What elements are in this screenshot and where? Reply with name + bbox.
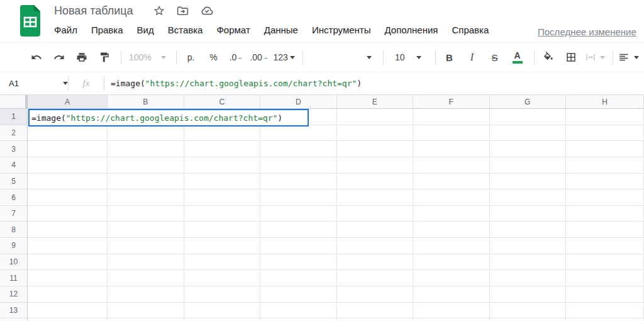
column-header-A[interactable]: A [28, 95, 108, 109]
cell-D12[interactable] [260, 286, 337, 303]
cell-F5[interactable] [413, 174, 490, 190]
cell-F10[interactable] [413, 254, 490, 271]
cell-partial-C[interactable] [184, 318, 261, 321]
menu-item-view[interactable]: Вид [137, 25, 154, 35]
cell-G2[interactable] [490, 125, 567, 142]
cloud-status-icon[interactable] [200, 4, 214, 18]
cell-F4[interactable] [413, 157, 490, 174]
cell-D6[interactable] [260, 189, 337, 206]
cell-E6[interactable] [337, 189, 414, 206]
document-title[interactable]: Новая таблица [54, 4, 133, 18]
cell-A4[interactable] [28, 157, 108, 174]
row-header-7[interactable]: 7 [0, 206, 28, 222]
cell-partial-B[interactable] [108, 318, 184, 321]
font-size-select[interactable]: 10 [389, 48, 428, 66]
cell-C6[interactable] [184, 189, 261, 206]
cell-E9[interactable] [337, 238, 414, 254]
menu-item-insert[interactable]: Вставка [168, 25, 203, 35]
star-icon[interactable] [152, 4, 166, 18]
menu-item-file[interactable]: Файл [54, 25, 77, 35]
cell-G10[interactable] [490, 254, 567, 271]
cell-G5[interactable] [490, 174, 567, 190]
column-header-D[interactable]: D [260, 95, 337, 109]
cell-G1[interactable] [490, 109, 567, 125]
cell-C12[interactable] [184, 286, 261, 303]
cell-B7[interactable] [108, 206, 184, 222]
cell-C11[interactable] [184, 270, 261, 286]
cell-H5[interactable] [566, 174, 644, 190]
cell-A9[interactable] [28, 238, 108, 254]
row-header-3[interactable]: 3 [0, 141, 28, 157]
cell-E5[interactable] [337, 174, 414, 190]
formula-input[interactable]: =image("https://chart.googleapis.com/cha… [104, 79, 644, 88]
cell-partial-E[interactable] [337, 318, 414, 321]
cell-A12[interactable] [28, 286, 108, 303]
row-header-11[interactable]: 11 [0, 270, 28, 286]
menu-item-addons[interactable]: Дополнения [385, 25, 438, 35]
row-header-4[interactable]: 4 [0, 157, 28, 174]
fill-color-button[interactable] [540, 48, 557, 66]
row-header-partial[interactable] [0, 318, 28, 321]
cell-D4[interactable] [260, 157, 337, 174]
percent-format-button[interactable]: % [204, 48, 222, 66]
cell-D5[interactable] [260, 174, 337, 190]
cell-H11[interactable] [566, 270, 644, 286]
row-header-8[interactable]: 8 [0, 222, 28, 238]
cell-partial-G[interactable] [490, 318, 567, 321]
italic-button[interactable]: I [464, 48, 481, 66]
cell-D3[interactable] [260, 141, 337, 157]
cell-C7[interactable] [184, 206, 261, 222]
cell-F7[interactable] [413, 206, 490, 222]
cell-A6[interactable] [28, 189, 108, 206]
cell-partial-D[interactable] [260, 318, 337, 321]
column-header-G[interactable]: G [490, 95, 567, 109]
menu-item-format[interactable]: Формат [216, 25, 250, 35]
cell-A3[interactable] [28, 141, 108, 157]
cell-E11[interactable] [337, 270, 414, 286]
menu-item-tools[interactable]: Инструменты [312, 25, 371, 35]
cell-B12[interactable] [108, 286, 184, 303]
cell-H12[interactable] [566, 286, 644, 303]
horizontal-align-button[interactable] [618, 48, 639, 66]
select-all-corner[interactable] [0, 95, 28, 109]
cell-C8[interactable] [184, 222, 261, 238]
cell-H7[interactable] [566, 206, 644, 222]
row-header-13[interactable]: 13 [0, 303, 28, 319]
cell-C2[interactable] [184, 125, 261, 142]
cell-H6[interactable] [566, 189, 644, 206]
cell-E1[interactable] [337, 109, 414, 125]
cell-B8[interactable] [108, 222, 184, 238]
cell-G12[interactable] [490, 286, 567, 303]
cell-F9[interactable] [413, 238, 490, 254]
cell-E10[interactable] [337, 254, 414, 271]
cell-E12[interactable] [337, 286, 414, 303]
cell-H3[interactable] [566, 141, 644, 157]
column-header-H[interactable]: H [566, 95, 644, 109]
column-header-B[interactable]: B [108, 95, 184, 109]
print-button[interactable] [73, 48, 91, 66]
currency-format-button[interactable]: р. [182, 48, 199, 66]
cell-F8[interactable] [413, 222, 490, 238]
cell-F2[interactable] [413, 125, 490, 142]
cell-C5[interactable] [184, 174, 261, 190]
font-family-select[interactable] [308, 48, 375, 66]
cell-F13[interactable] [413, 303, 490, 319]
bold-button[interactable]: B [441, 48, 458, 66]
cell-D2[interactable] [260, 125, 337, 142]
row-header-12[interactable]: 12 [0, 286, 28, 303]
cell-D10[interactable] [260, 254, 337, 271]
decrease-decimal-button[interactable]: .0← [227, 48, 245, 66]
cell-H13[interactable] [566, 303, 644, 319]
cell-A11[interactable] [28, 270, 108, 286]
cell-D11[interactable] [260, 270, 337, 286]
menu-item-edit[interactable]: Правка [91, 25, 123, 35]
cell-C10[interactable] [184, 254, 261, 271]
cell-G13[interactable] [490, 303, 567, 319]
row-header-6[interactable]: 6 [0, 189, 28, 206]
cell-partial-A[interactable] [28, 318, 108, 321]
cell-D7[interactable] [260, 206, 337, 222]
cell-G4[interactable] [490, 157, 567, 174]
cell-D8[interactable] [260, 222, 337, 238]
cell-G7[interactable] [490, 206, 567, 222]
zoom-select[interactable]: 100% [126, 48, 169, 66]
